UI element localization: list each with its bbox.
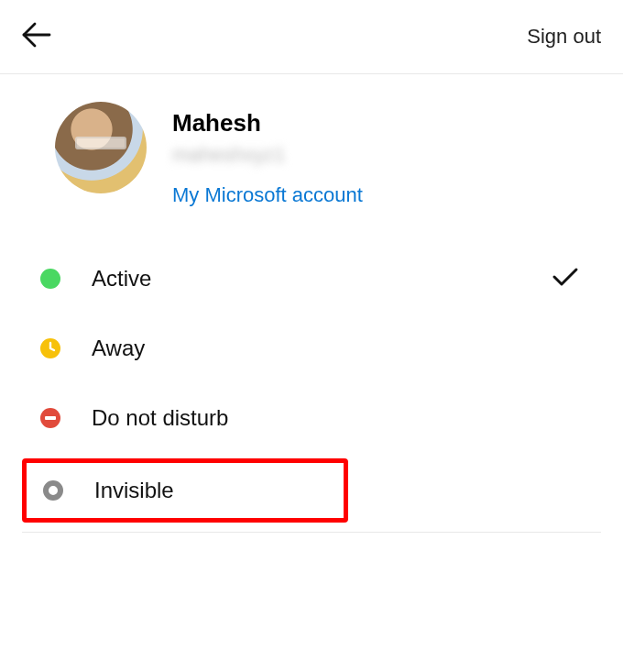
dnd-icon bbox=[40, 408, 60, 428]
status-option-active[interactable]: Active bbox=[0, 244, 623, 314]
back-button[interactable] bbox=[18, 17, 55, 57]
away-clock-icon bbox=[40, 338, 60, 358]
profile-section: Mahesh maheshxyz1 My Microsoft account bbox=[0, 74, 623, 216]
status-label: Active bbox=[92, 266, 151, 292]
checkmark-icon bbox=[552, 266, 579, 288]
status-option-away[interactable]: Away bbox=[0, 314, 623, 383]
status-option-invisible[interactable]: Invisible bbox=[27, 463, 344, 518]
account-link[interactable]: My Microsoft account bbox=[172, 183, 363, 207]
bottom-divider bbox=[22, 532, 601, 533]
status-label: Invisible bbox=[94, 478, 174, 503]
green-dot-icon bbox=[40, 269, 60, 289]
status-label: Away bbox=[92, 336, 145, 361]
avatar[interactable] bbox=[55, 102, 147, 193]
invisible-highlight-box: Invisible bbox=[22, 458, 348, 523]
profile-text: Mahesh maheshxyz1 My Microsoft account bbox=[172, 102, 363, 207]
signout-button[interactable]: Sign out bbox=[527, 25, 601, 49]
back-arrow-icon bbox=[18, 17, 55, 53]
profile-name: Mahesh bbox=[172, 109, 363, 138]
profile-username-blurred: maheshxyz1 bbox=[172, 143, 363, 167]
status-label: Do not disturb bbox=[92, 405, 228, 431]
svg-rect-3 bbox=[45, 416, 56, 420]
gray-ring-icon bbox=[43, 480, 63, 501]
topbar: Sign out bbox=[0, 0, 623, 73]
status-list: Active Away Do not disturb bbox=[0, 244, 623, 523]
status-option-dnd[interactable]: Do not disturb bbox=[0, 383, 623, 453]
